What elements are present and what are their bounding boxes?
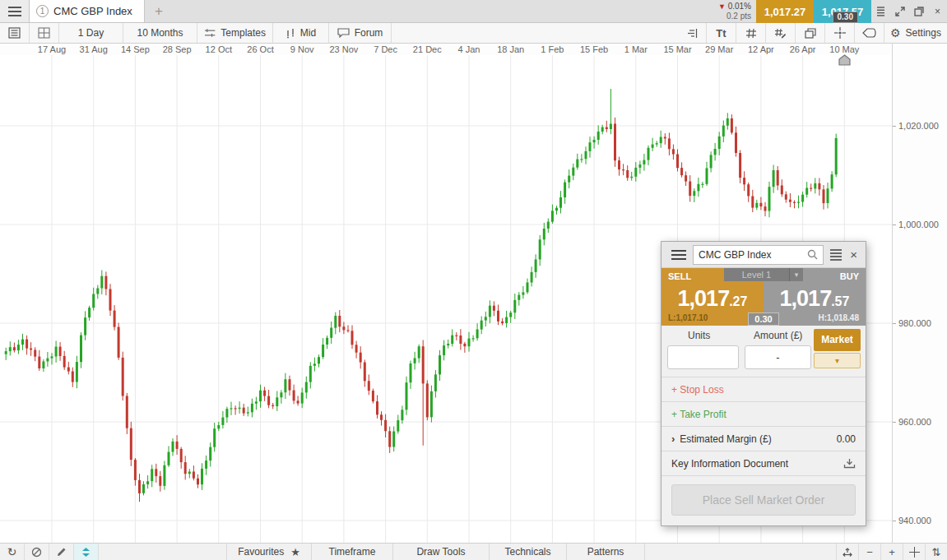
technicals-button[interactable]: Technicals	[489, 544, 567, 560]
price-type-dropdown[interactable]: Mid	[273, 23, 329, 43]
add-stop-loss-row[interactable]: + Stop Loss	[662, 377, 866, 401]
new-tab-button[interactable]: +	[145, 0, 173, 22]
settings-label: Settings	[906, 27, 941, 39]
grid-toggle-button[interactable]	[736, 23, 766, 43]
cascade-windows-icon	[805, 28, 816, 39]
units-input[interactable]	[667, 345, 739, 369]
grid-edit-button[interactable]	[766, 23, 796, 43]
quick-trade-toggle[interactable]	[74, 544, 99, 560]
favourites-label: Favourites	[238, 546, 284, 558]
ticket-header: CMC GBP Index ×	[662, 242, 866, 268]
forum-icon	[337, 28, 350, 38]
range-dropdown[interactable]: 10 Months	[123, 23, 197, 43]
text-tool-button[interactable]: Tt	[707, 23, 736, 43]
templates-icon	[204, 28, 216, 38]
header-quote-widget: ▼ 0.01% 0.2 pts 1,017.27 1,017.57 0.30	[718, 0, 947, 23]
add-take-profit-row[interactable]: + Take Profit	[662, 401, 866, 426]
watchlist-button[interactable]	[0, 23, 30, 43]
change-points: 0.2 pts	[726, 12, 751, 21]
popout-icon[interactable]	[909, 0, 928, 23]
buy-price-dec: .57	[831, 294, 849, 308]
mid-label: Mid	[300, 27, 316, 39]
crosshair-mode-button[interactable]	[903, 544, 925, 560]
level-label: Level 1	[724, 268, 789, 281]
ticket-price-section: SELL 1,017.27 L:1,017.10 BUY 1,017.57 H:…	[662, 268, 866, 326]
clear-drawings-button[interactable]	[25, 544, 49, 560]
header-spread-badge: 0.30	[833, 12, 858, 23]
date-tick-label: 15 Mar	[663, 44, 691, 54]
amount-label: Amount (£)	[754, 330, 802, 341]
pentagon-marker-icon	[838, 54, 852, 67]
patterns-button[interactable]: Patterns	[566, 544, 645, 560]
amount-input[interactable]	[745, 345, 811, 369]
cascade-windows-button[interactable]	[796, 23, 825, 43]
zoom-out-button[interactable]: −	[858, 544, 880, 560]
ticket-module-menu-icon[interactable]	[830, 249, 842, 261]
settings-button[interactable]: ⚙ Settings	[884, 23, 947, 43]
ticket-menu-icon[interactable]	[671, 254, 686, 256]
expand-icon[interactable]	[890, 0, 909, 23]
period-dropdown[interactable]: 1 Day	[59, 23, 123, 43]
close-icon[interactable]: ×	[928, 0, 947, 23]
templates-button[interactable]: Templates	[197, 23, 273, 43]
pencil-icon	[56, 547, 67, 558]
date-tick-label: 17 Aug	[38, 44, 66, 54]
reset-chart-button[interactable]: ↻	[0, 544, 25, 560]
price-tick-label: 1,020.000	[898, 121, 939, 131]
buy-price-main: 1,017	[780, 286, 832, 311]
place-sell-market-order-button[interactable]: Place Sell Market Order	[671, 484, 856, 516]
layout-grid-button[interactable]	[30, 23, 59, 43]
date-tick-label: 12 Apr	[748, 44, 774, 54]
session-high: H:1,018.48	[819, 313, 859, 322]
order-ladder-button[interactable]	[677, 23, 707, 43]
draw-tools-button[interactable]: Draw Tools	[392, 544, 490, 560]
order-type-chevron[interactable]: ▾	[814, 353, 861, 368]
order-ticket-panel: CMC GBP Index × SELL 1,017.27 L:1,017.10…	[661, 241, 866, 526]
crosshair-button[interactable]	[825, 23, 855, 43]
price-axis[interactable]: 1,020.0001,000.000980.000960.000940.000	[892, 44, 947, 543]
forum-label: Forum	[355, 27, 383, 39]
header-sell-price-button[interactable]: 1,017.27	[756, 0, 814, 23]
price-label-button[interactable]	[855, 23, 884, 43]
order-type-market-button[interactable]: Market	[814, 329, 861, 351]
hash-grid-icon	[745, 28, 757, 39]
draw-button[interactable]	[49, 544, 74, 560]
kid-label: Key Information Document	[671, 458, 788, 470]
date-tick-label: 14 Sep	[121, 44, 150, 54]
main-menu-button[interactable]	[0, 0, 30, 22]
trading-platform-window: 1 CMC GBP Index + ▼ 0.01% 0.2 pts 1,017.…	[0, 0, 947, 560]
date-tick-label: 4 Jan	[458, 44, 480, 54]
align-lines-icon	[686, 28, 698, 39]
ticket-spread-badge: 0.30	[748, 312, 779, 326]
level-dropdown[interactable]: Level 1 ▾	[724, 268, 803, 281]
estimated-margin-label: Estimated Margin (£)	[680, 433, 771, 445]
date-tick-label: 9 Nov	[290, 44, 314, 54]
key-information-document-row[interactable]: Key Information Document	[662, 451, 866, 475]
event-marker[interactable]	[838, 54, 852, 69]
tab-cmc-gbp-index[interactable]: 1 CMC GBP Index	[30, 0, 145, 22]
vertical-scale-button[interactable]: ⇅	[925, 544, 947, 560]
date-tick-label: 26 Apr	[790, 44, 816, 54]
tab-number-badge: 1	[36, 5, 49, 17]
forum-button[interactable]: Forum	[329, 23, 392, 43]
bottom-toolbar: ↻ Favourites ★ Timeframe Draw Tools Tech…	[0, 543, 947, 560]
pan-mode-button[interactable]	[836, 544, 858, 560]
ticket-search-input[interactable]: CMC GBP Index	[693, 245, 824, 265]
estimated-margin-value: 0.00	[837, 433, 856, 445]
download-icon[interactable]	[843, 458, 856, 469]
date-tick-label: 7 Dec	[374, 44, 397, 54]
buy-label: BUY	[840, 271, 859, 281]
favourites-button[interactable]: Favourites ★	[226, 544, 312, 560]
ticket-close-icon[interactable]: ×	[848, 248, 859, 261]
timeframe-button[interactable]: Timeframe	[311, 544, 393, 560]
prohibit-icon	[31, 547, 42, 558]
ticket-footer: Place Sell Market Order	[662, 475, 866, 525]
estimated-margin-row[interactable]: › Estimated Margin (£) 0.00	[662, 426, 866, 451]
zoom-in-button[interactable]: +	[880, 544, 903, 560]
price-tag-icon	[862, 28, 876, 38]
price-tick-label: 960.000	[898, 417, 931, 427]
ticket-order-form: Units Amount (£) Market ▾	[662, 326, 866, 377]
module-menu-icon[interactable]	[871, 0, 890, 23]
sell-price-main: 1,017	[678, 286, 730, 311]
date-tick-label: 21 Dec	[413, 44, 442, 54]
